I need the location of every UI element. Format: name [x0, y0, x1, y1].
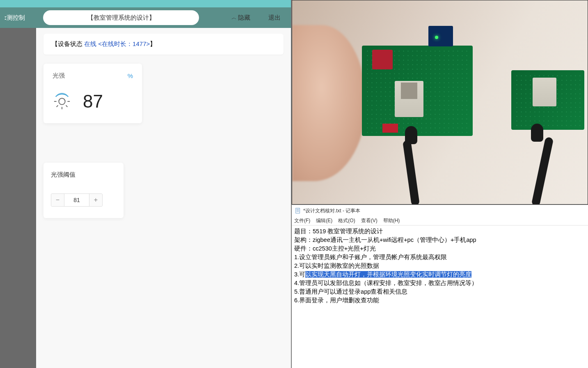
- app-title-pill: 【教室管理系统的设计】: [43, 10, 199, 25]
- notepad-window: *设计文档核对.txt - 记事本 文件(F) 编辑(E) 格式(O) 查看(V…: [292, 205, 588, 368]
- menu-edit[interactable]: 编辑(E): [316, 217, 332, 224]
- device-status-card: 【设备状态 在线 <在线时长：1477>】: [43, 34, 284, 55]
- power-jack-2: [531, 124, 543, 142]
- menu-file[interactable]: 文件(F): [294, 217, 310, 224]
- sensor-module-red: [372, 50, 393, 69]
- hide-button[interactable]: ︿ 隐藏: [231, 14, 250, 22]
- app-sidebar: [0, 28, 36, 368]
- sensor-label: 光强: [53, 72, 65, 80]
- notepad-icon: [295, 208, 301, 214]
- text-line: 6.界面登录，用户增删改查功能: [294, 296, 586, 305]
- sensor-value: 87: [83, 91, 103, 112]
- app-titlebar: [0, 0, 291, 7]
- led-indicator: [435, 36, 438, 39]
- status-prefix: 【设备状态: [52, 40, 84, 47]
- svg-rect-6: [296, 208, 300, 213]
- menu-format[interactable]: 格式(O): [338, 217, 355, 224]
- sun-icon: [53, 91, 71, 112]
- stepper-plus-button[interactable]: +: [89, 194, 102, 206]
- hide-label: 隐藏: [238, 14, 250, 22]
- status-online-text: 在线 <在线时长：1477>: [84, 40, 150, 47]
- nav-monitor-control[interactable]: ː测控制: [4, 14, 25, 22]
- management-app-window: ː测控制 【教室管理系统的设计】 ︿ 隐藏 退出 【设备状态 在线 <在线时长：…: [0, 0, 292, 368]
- app-content: 【设备状态 在线 <在线时长：1477>】 光强 %: [36, 28, 291, 368]
- text-line: 硬件：cc2530主控+光照+灯光: [294, 244, 586, 253]
- text-line: 架构：zigbee通讯一主机一从机+wifi远程+pc（管理中心）+手机app: [294, 236, 586, 244]
- sensor-unit: %: [128, 72, 133, 79]
- threshold-stepper: − +: [51, 193, 103, 207]
- svg-point-0: [59, 98, 65, 104]
- svg-line-4: [57, 106, 58, 107]
- right-panel: *设计文档核对.txt - 记事本 文件(F) 编辑(E) 格式(O) 查看(V…: [292, 0, 588, 368]
- threshold-input[interactable]: [64, 194, 89, 206]
- notepad-menubar: 文件(F) 编辑(E) 格式(O) 查看(V) 帮助(H): [292, 216, 588, 225]
- exit-button[interactable]: 退出: [268, 14, 281, 22]
- text-line: 题目：5519 教室管理系统的设计: [294, 227, 586, 236]
- text-line: 2.可以实时监测教室的光照数据: [294, 262, 586, 270]
- sensor-module-blue: [428, 26, 453, 46]
- text-line: 3.可以实现天黑自动开灯，并根据环境光照变化实时调节灯的亮度: [294, 270, 586, 279]
- threshold-label: 光强阈值: [51, 171, 116, 179]
- notepad-title-text: *设计文档核对.txt - 记事本: [303, 207, 360, 214]
- menu-help[interactable]: 帮助(H): [383, 217, 400, 224]
- menu-view[interactable]: 查看(V): [361, 217, 378, 224]
- light-threshold-card: 光强阈值 − +: [43, 163, 124, 218]
- light-intensity-card: 光强 %: [43, 64, 142, 123]
- notepad-text-area[interactable]: 题目：5519 教室管理系统的设计 架构：zigbee通讯一主机一从机+wifi…: [292, 225, 588, 306]
- status-suffix: 】: [150, 40, 156, 47]
- text-line: 5.普通用户可以通过登录app查看相关信息: [294, 288, 586, 296]
- notepad-titlebar[interactable]: *设计文档核对.txt - 记事本: [292, 205, 588, 216]
- chevron-up-icon: ︿: [231, 14, 237, 21]
- text-line: 4.管理员可以发部信息如（课程安排，教室安排，教室占用情况等）: [294, 279, 586, 288]
- selected-text: 以实现天黑自动开灯，并根据环境光照变化实时调节灯的亮度: [305, 271, 471, 278]
- mcu-chip-secondary: [533, 78, 556, 106]
- text-line: 1.设立管理员账户和子账户，管理员帐户有系统最高权限: [294, 253, 586, 262]
- camera-feed: [292, 0, 588, 205]
- stepper-minus-button[interactable]: −: [51, 194, 64, 206]
- app-header: ː测控制 【教室管理系统的设计】 ︿ 隐藏 退出: [0, 7, 291, 28]
- svg-line-5: [66, 106, 68, 107]
